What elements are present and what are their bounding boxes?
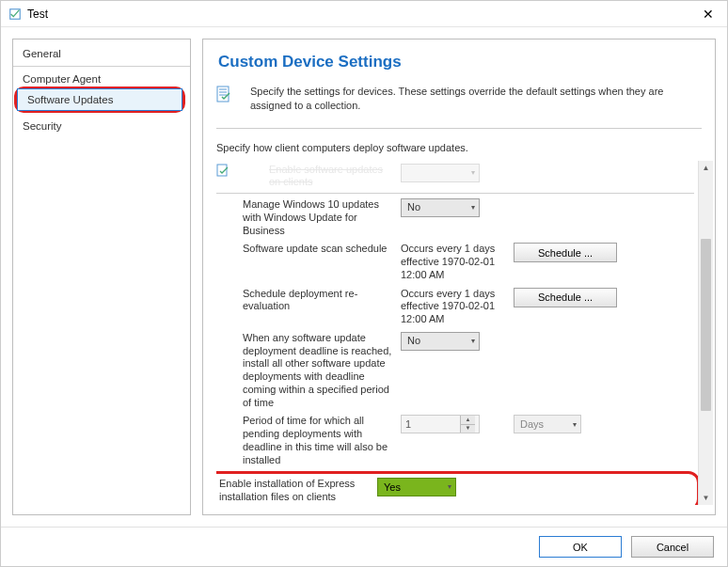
divider [216,128,702,129]
sidebar-highlight: Software Updates [14,87,185,113]
setting-row-cutoff: Enable software updates on clients ▾ [216,161,694,195]
svg-rect-1 [217,87,229,102]
label-express: Enable installation of Express installat… [219,478,377,504]
setting-row-manage-w10: Manage Windows 10 updates with Windows U… [216,196,694,240]
label-deadline: When any software update deployment dead… [243,332,401,410]
scroll-down-icon[interactable]: ▼ [699,490,714,505]
setting-row-deadline: When any software update deployment dead… [216,329,694,413]
sidebar-item-software-updates[interactable]: Software Updates [17,88,182,111]
value-reeval: Occurs every 1 days effective 1970-02-01… [401,288,514,326]
label-scan-schedule: Software update scan schedule [243,243,401,256]
vertical-scrollbar[interactable]: ▲ ▼ [698,161,713,505]
value-scan-schedule: Occurs every 1 days effective 1970-02-01… [401,243,514,281]
cutoff-combo[interactable]: ▾ [401,164,480,182]
setting-row-scan-schedule: Software update scan schedule Occurs eve… [216,240,694,284]
cutoff-label: Enable software updates on clients [243,164,401,190]
chevron-down-icon: ▾ [471,168,475,178]
settings-icon [216,85,241,107]
setting-row-reeval: Schedule deployment re-evaluation Occurs… [216,285,694,329]
window-icon [8,8,22,21]
page-title: Custom Device Settings [216,53,713,71]
combo-express[interactable]: Yes▾ [377,478,456,496]
settings-scroll-wrap: Enable software updates on clients ▾ Man… [216,161,713,505]
spin-up-icon[interactable]: ▲ [461,416,475,425]
sidebar: General Computer Agent Software Updates … [12,39,191,515]
chevron-down-icon: ▾ [448,482,451,492]
combo-manage-w10[interactable]: No▾ [401,198,480,217]
express-highlight: Enable installation of Express installat… [216,471,698,505]
scroll-up-icon[interactable]: ▲ [699,161,714,176]
chevron-down-icon: ▾ [573,420,577,429]
settings-list: Enable software updates on clients ▾ Man… [216,161,698,505]
label-manage-w10: Manage Windows 10 updates with Windows U… [243,198,401,237]
titlebar: Test ✕ [1,1,727,27]
dialog-window: Test ✕ General Computer Agent Software U… [0,0,728,567]
content-area: General Computer Agent Software Updates … [1,27,727,527]
spinner-period-input[interactable] [402,416,460,433]
label-period: Period of time for which all pending dep… [243,415,401,466]
section-subhead: Specify how client computers deploy soft… [216,142,713,153]
schedule-button-scan[interactable]: Schedule ... [514,243,617,262]
setting-row-period: Period of time for which all pending dep… [216,412,694,469]
sidebar-item-security[interactable]: Security [13,116,190,136]
chevron-down-icon: ▾ [471,337,475,346]
row-icon [216,164,243,181]
intro-row: Specify the settings for devices. These … [216,85,713,113]
scroll-track[interactable] [699,176,713,490]
close-icon[interactable]: ✕ [697,7,720,22]
chevron-down-icon: ▾ [471,203,475,213]
cancel-button[interactable]: Cancel [631,536,714,558]
spin-down-icon[interactable]: ▼ [461,425,475,433]
ok-button[interactable]: OK [539,536,622,558]
label-reeval: Schedule deployment re-evaluation [243,288,401,314]
combo-deadline[interactable]: No▾ [401,332,480,351]
schedule-button-reeval[interactable]: Schedule ... [514,288,617,307]
dialog-footer: OK Cancel [1,527,727,566]
setting-row-express: Enable installation of Express installat… [216,478,691,504]
intro-text: Specify the settings for devices. These … [250,85,702,113]
scroll-thumb[interactable] [701,239,711,412]
spinner-period[interactable]: ▲▼ [401,415,480,433]
main-panel: Custom Device Settings Specify the setti… [202,39,716,515]
sidebar-item-general[interactable]: General [13,43,190,67]
combo-period-unit: Days▾ [514,415,581,433]
window-title: Test [27,8,697,21]
